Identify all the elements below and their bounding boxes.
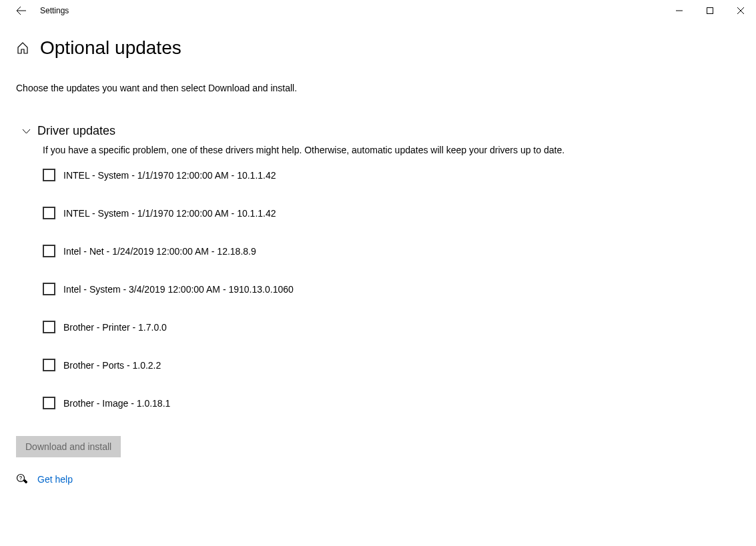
update-label: Intel - Net - 1/24/2019 12:00:00 AM - 12… <box>63 246 256 257</box>
update-label: Brother - Printer - 1.7.0.0 <box>63 322 167 333</box>
update-item: Intel - System - 3/4/2019 12:00:00 AM - … <box>43 283 756 295</box>
update-item: INTEL - System - 1/1/1970 12:00:00 AM - … <box>43 169 756 181</box>
update-item: Intel - Net - 1/24/2019 12:00:00 AM - 12… <box>43 245 756 257</box>
section-description: If you have a specific problem, one of t… <box>43 145 756 155</box>
update-label: INTEL - System - 1/1/1970 12:00:00 AM - … <box>63 170 276 181</box>
minimize-button[interactable] <box>664 0 695 21</box>
update-item: INTEL - System - 1/1/1970 12:00:00 AM - … <box>43 207 756 219</box>
update-checkbox[interactable] <box>43 321 55 333</box>
update-checkbox[interactable] <box>43 397 55 409</box>
close-button[interactable] <box>725 0 756 21</box>
update-label: INTEL - System - 1/1/1970 12:00:00 AM - … <box>63 208 276 219</box>
maximize-button[interactable] <box>695 0 725 21</box>
update-list: INTEL - System - 1/1/1970 12:00:00 AM - … <box>43 169 756 409</box>
svg-rect-0 <box>707 8 713 14</box>
page-subtitle: Choose the updates you want and then sel… <box>16 83 756 93</box>
update-checkbox[interactable] <box>43 169 55 181</box>
home-icon <box>17 42 29 54</box>
app-title: Settings <box>40 6 69 15</box>
update-item: Brother - Printer - 1.7.0.0 <box>43 321 756 333</box>
chevron-down-icon <box>21 127 31 136</box>
back-button[interactable] <box>11 0 32 21</box>
driver-updates-toggle[interactable]: Driver updates <box>21 124 756 138</box>
back-arrow-icon <box>16 5 27 16</box>
update-label: Brother - Ports - 1.0.2.2 <box>63 360 161 371</box>
update-checkbox[interactable] <box>43 207 55 219</box>
help-icon <box>16 473 28 485</box>
update-checkbox[interactable] <box>43 283 55 295</box>
get-help-link[interactable]: Get help <box>37 474 73 485</box>
section-title: Driver updates <box>37 124 115 138</box>
minimize-icon <box>676 7 683 14</box>
update-item: Brother - Image - 1.0.18.1 <box>43 397 756 409</box>
update-checkbox[interactable] <box>43 359 55 371</box>
close-icon <box>737 7 744 14</box>
home-button[interactable] <box>16 41 29 55</box>
page-title: Optional updates <box>40 37 181 59</box>
update-label: Intel - System - 3/4/2019 12:00:00 AM - … <box>63 284 294 295</box>
download-install-button[interactable]: Download and install <box>16 436 121 457</box>
update-label: Brother - Image - 1.0.18.1 <box>63 398 170 409</box>
svg-point-2 <box>20 479 21 480</box>
update-checkbox[interactable] <box>43 245 55 257</box>
maximize-icon <box>707 7 713 14</box>
update-item: Brother - Ports - 1.0.2.2 <box>43 359 756 371</box>
